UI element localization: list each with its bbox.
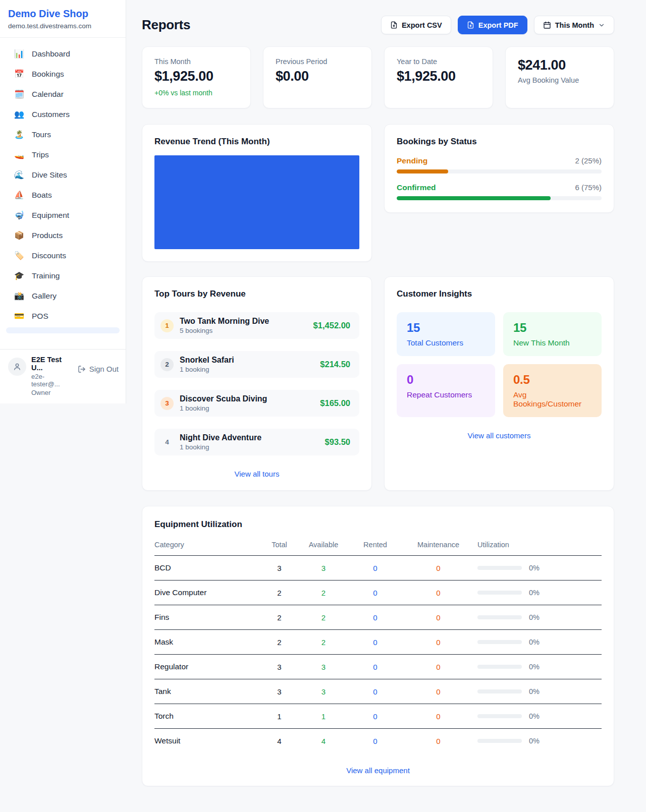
col-total: Total — [263, 541, 296, 549]
sidebar-item-label: Discounts — [32, 251, 66, 260]
graduation-cap-icon: 🎓 — [14, 272, 24, 280]
sidebar-item-equipment[interactable]: 🤿 Equipment — [0, 205, 126, 225]
table-row: Fins 2 2 0 0 0% — [154, 605, 602, 630]
tour-list-item: 4 Night Dive Adventure 1 booking $93.50 — [154, 429, 359, 455]
stat-card-this-month: This Month $1,925.00 +0% vs last month — [142, 46, 251, 108]
sidebar-item-label: Calendar — [32, 90, 64, 99]
tile-label: Total Customers — [407, 338, 485, 347]
sidebar-item-label: Trips — [32, 150, 49, 159]
table-row: Dive Computer 2 2 0 0 0% — [154, 581, 602, 605]
sidebar-item-discounts[interactable]: 🏷️ Discounts — [0, 246, 126, 266]
tour-name: Discover Scuba Diving — [180, 394, 314, 403]
tour-amount: $214.50 — [320, 360, 350, 369]
stat-label: This Month — [154, 57, 238, 66]
status-row-confirmed: Confirmed 6 (75%) — [397, 183, 602, 200]
sidebar-item-calendar[interactable]: 🗓️ Calendar — [0, 84, 126, 104]
utilization-cell: 0% — [477, 638, 602, 646]
tour-name: Snorkel Safari — [180, 356, 314, 365]
utilization-cell: 0% — [477, 613, 602, 621]
tour-list-item: 2 Snorkel Safari 1 booking $214.50 — [154, 351, 359, 378]
customer-insights-panel: Customer Insights 15 Total Customers 15 … — [384, 276, 614, 491]
utilization-cell: 0% — [477, 564, 602, 572]
sidebar-item-training[interactable]: 🎓 Training — [0, 266, 126, 286]
equipment-table: Category Total Available Rented Maintena… — [154, 541, 602, 753]
user-role: Owner — [31, 389, 73, 396]
progress-track — [397, 169, 602, 173]
status-label: Confirmed — [397, 183, 436, 192]
period-dropdown[interactable]: This Month — [534, 16, 614, 34]
sidebar-item-tours[interactable]: 🏝️ Tours — [0, 125, 126, 145]
sidebar-item-dive-sites[interactable]: 🌊 Dive Sites — [0, 165, 126, 185]
status-count: 2 (25%) — [575, 156, 602, 165]
speedboat-icon: 🚤 — [14, 151, 24, 159]
sidebar-item-customers[interactable]: 👥 Customers — [0, 104, 126, 125]
wave-icon: 🌊 — [14, 171, 24, 179]
sidebar-item-label: Training — [32, 271, 60, 280]
col-utilization: Utilization — [477, 541, 602, 549]
export-csv-button[interactable]: Export CSV — [381, 16, 451, 34]
rank-badge: 4 — [160, 436, 174, 449]
shop-name: Demo Dive Shop — [8, 8, 118, 20]
dive-mask-icon: 🤿 — [14, 211, 24, 219]
avatar — [8, 358, 26, 376]
tour-amount: $93.50 — [325, 437, 350, 447]
tour-list: 1 Two Tank Morning Dive 5 bookings $1,45… — [154, 312, 359, 455]
user-email: e2e-tester@... — [31, 373, 73, 388]
file-download-icon — [467, 21, 474, 29]
file-download-icon — [390, 21, 398, 29]
view-all-tours-link[interactable]: View all tours — [154, 470, 359, 478]
insight-tiles: 15 Total Customers 15 New This Month 0 R… — [397, 312, 602, 417]
col-category: Category — [154, 541, 263, 549]
sidebar-item-bookings[interactable]: 📅 Bookings — [0, 64, 126, 84]
sidebar-user-footer: E2E Test U... e2e-tester@... Owner Sign … — [0, 349, 126, 403]
stat-value: $1,925.00 — [154, 69, 238, 84]
sidebar-item-pos[interactable]: 💳 POS — [0, 306, 126, 326]
stat-card-previous-period: Previous Period $0.00 — [263, 46, 372, 108]
sidebar-item-dashboard[interactable]: 📊 Dashboard — [0, 44, 126, 64]
tour-bookings: 1 booking — [180, 443, 319, 451]
sidebar-item-trips[interactable]: 🚤 Trips — [0, 145, 126, 165]
view-all-customers-link[interactable]: View all customers — [397, 431, 602, 440]
table-row: Regulator 3 3 0 0 0% — [154, 655, 602, 679]
utilization-cell: 0% — [477, 687, 602, 695]
header-actions: Export CSV Export PDF This Month — [381, 16, 614, 34]
stat-value: $241.00 — [518, 57, 602, 73]
people-icon: 👥 — [14, 110, 24, 119]
utilization-track — [477, 640, 522, 644]
tour-amount: $165.00 — [320, 398, 350, 408]
sidebar-item-boats[interactable]: ⛵ Boats — [0, 185, 126, 205]
tile-value: 0 — [407, 373, 485, 387]
sign-out-button[interactable]: Sign Out — [78, 365, 119, 373]
stat-value: $0.00 — [276, 69, 359, 84]
panel-title: Top Tours by Revenue — [154, 289, 359, 299]
table-row: Torch 1 1 0 0 0% — [154, 704, 602, 729]
tour-bookings: 5 bookings — [180, 327, 307, 334]
stat-card-year-to-date: Year to Date $1,925.00 — [384, 46, 493, 108]
tile-new-this-month: 15 New This Month — [503, 312, 602, 356]
status-count: 6 (75%) — [575, 183, 602, 192]
export-pdf-button[interactable]: Export PDF — [458, 16, 527, 34]
view-all-equipment-link[interactable]: View all equipment — [154, 766, 602, 775]
page-title: Reports — [142, 17, 190, 33]
sidebar-item-reports-partial[interactable] — [6, 327, 120, 333]
stat-value: $1,925.00 — [397, 69, 480, 84]
sidebar-item-label: Dashboard — [32, 49, 70, 59]
utilization-cell: 0% — [477, 663, 602, 671]
revenue-trend-panel: Revenue Trend (This Month) — [142, 124, 372, 262]
stat-label: Avg Booking Value — [518, 76, 602, 84]
sidebar-item-label: Boats — [32, 191, 52, 200]
calendar-date-icon: 📅 — [14, 70, 24, 78]
bar-chart-icon: 📊 — [14, 50, 24, 58]
table-row: Mask 2 2 0 0 0% — [154, 630, 602, 655]
shop-header: Demo Dive Shop demo.test.divestreams.com — [0, 0, 126, 38]
sidebar-item-gallery[interactable]: 📸 Gallery — [0, 286, 126, 306]
sidebar-item-products[interactable]: 📦 Products — [0, 225, 126, 246]
sidebar-item-label: Products — [32, 231, 63, 240]
panel-title: Bookings by Status — [397, 137, 602, 147]
person-icon — [13, 362, 22, 371]
utilization-track — [477, 739, 522, 743]
tour-list-item: 3 Discover Scuba Diving 1 booking $165.0… — [154, 390, 359, 417]
shop-domain: demo.test.divestreams.com — [8, 22, 118, 30]
sidebar-item-label: POS — [32, 312, 48, 321]
charts-row: Revenue Trend (This Month) Bookings by S… — [142, 124, 614, 262]
